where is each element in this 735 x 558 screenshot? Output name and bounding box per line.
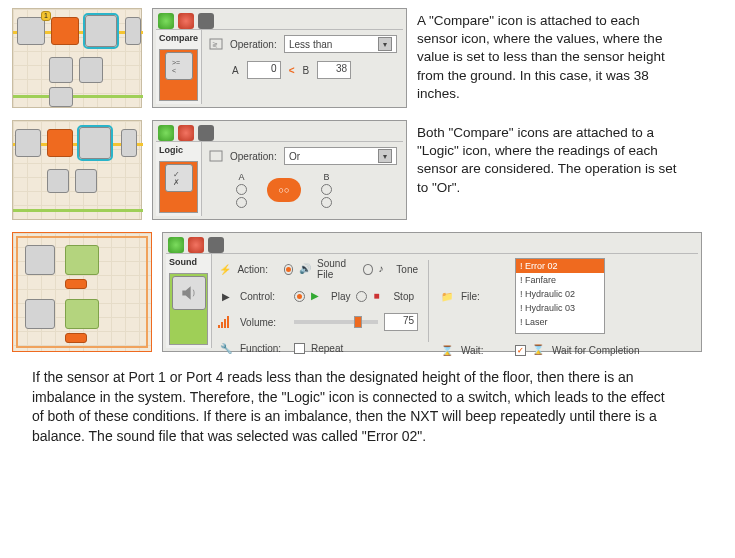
- sound-icon: [172, 276, 206, 310]
- b-column: B: [321, 172, 332, 208]
- stop-button[interactable]: [178, 13, 194, 29]
- logic-caption: Both "Compare" icons are attached to a "…: [417, 120, 677, 197]
- wait-label: Wait:: [461, 345, 509, 356]
- compare-caption: A "Compare" icon is attached to each sen…: [417, 8, 677, 103]
- operation-label: Operation:: [230, 151, 278, 162]
- panel-titlebar: [166, 236, 698, 254]
- svg-text:✗: ✗: [173, 178, 180, 187]
- stop-square-icon: ■: [373, 290, 387, 302]
- volume-icon: [218, 315, 234, 329]
- logic-row: Logic ✓✗ Operation: Or ▾: [12, 120, 723, 220]
- svg-text:>=: >=: [172, 59, 180, 66]
- file-label: File:: [461, 291, 509, 302]
- svg-text:<: <: [172, 67, 176, 74]
- wait-check[interactable]: [515, 345, 526, 356]
- run-button[interactable]: [168, 237, 184, 253]
- a-input[interactable]: 0: [247, 61, 281, 79]
- control-icon: ▶: [218, 289, 234, 303]
- soundfile-radio[interactable]: [284, 264, 294, 275]
- operation-select[interactable]: Or ▾: [284, 147, 397, 165]
- a-false-radio[interactable]: [236, 197, 247, 208]
- list-item[interactable]: ! Fanfare: [516, 273, 604, 287]
- panel-title: Sound: [166, 254, 211, 270]
- b-false-radio[interactable]: [321, 197, 332, 208]
- sound-row: Sound ⚡ Action: 🔊 Sound: [12, 232, 723, 352]
- operation-label: Operation:: [230, 39, 278, 50]
- compare-panel: Compare >=< ≷ Operation: Less than ▾: [152, 8, 407, 108]
- panel-sidebar: Logic ✓✗: [156, 142, 202, 216]
- volume-label: Volume:: [240, 317, 288, 328]
- panel-sidebar: Compare >=<: [156, 30, 202, 104]
- hourglass-icon: ⌛: [532, 344, 546, 356]
- b-label: B: [303, 65, 310, 76]
- logic-icon: ✓✗: [165, 164, 193, 192]
- panel-sidebar: Sound: [166, 254, 212, 348]
- less-than-icon: <: [289, 65, 295, 76]
- divider: [428, 260, 429, 342]
- svg-rect-6: [210, 151, 222, 161]
- panel-title: Compare: [156, 30, 201, 46]
- list-item[interactable]: ! Hydraulic 02: [516, 287, 604, 301]
- stop-button[interactable]: [188, 237, 204, 253]
- logic-panel: Logic ✓✗ Operation: Or ▾: [152, 120, 407, 220]
- function-label: Function:: [240, 343, 288, 354]
- file-icon: 📁: [439, 289, 455, 303]
- document-page: 1 Compare >=<: [0, 0, 735, 454]
- bottom-caption: If the sensor at Port 1 or Port 4 reads …: [12, 364, 692, 446]
- tone-icon: ♪: [379, 263, 391, 275]
- panel-titlebar: [156, 12, 403, 30]
- volume-slider[interactable]: [294, 320, 378, 324]
- run-button[interactable]: [158, 13, 174, 29]
- operation-icon: [208, 149, 224, 163]
- settings-button[interactable]: [198, 13, 214, 29]
- operation-select[interactable]: Less than ▾: [284, 35, 397, 53]
- volume-input[interactable]: 75: [384, 313, 418, 331]
- panel-titlebar: [156, 124, 403, 142]
- stop-radio[interactable]: [356, 291, 367, 302]
- list-item[interactable]: ! Hydraulic 03: [516, 301, 604, 315]
- settings-button[interactable]: [208, 237, 224, 253]
- tone-radio[interactable]: [363, 264, 373, 275]
- b-input[interactable]: 38: [317, 61, 351, 79]
- panel-title: Logic: [156, 142, 201, 158]
- function-icon: 🔧: [218, 341, 234, 355]
- b-true-radio[interactable]: [321, 184, 332, 195]
- control-label: Control:: [240, 291, 288, 302]
- or-pill-icon: ○○: [267, 178, 301, 202]
- settings-button[interactable]: [198, 125, 214, 141]
- a-label: A: [232, 65, 239, 76]
- list-item[interactable]: ! Error 02: [516, 259, 604, 273]
- compare-icon: >=<: [165, 52, 193, 80]
- program-canvas-compare: 1: [12, 8, 142, 108]
- stop-button[interactable]: [178, 125, 194, 141]
- sound-panel: Sound ⚡ Action: 🔊 Sound: [162, 232, 702, 352]
- repeat-check[interactable]: [294, 343, 305, 354]
- chevron-down-icon: ▾: [378, 37, 392, 51]
- program-canvas-logic: [12, 120, 142, 220]
- soundfile-icon: 🔊: [299, 263, 311, 275]
- program-canvas-sound: [12, 232, 152, 352]
- operation-icon: ≷: [208, 37, 224, 51]
- a-column: A: [236, 172, 247, 208]
- play-icon: ▶: [311, 290, 325, 302]
- chevron-down-icon: ▾: [378, 149, 392, 163]
- play-radio[interactable]: [294, 291, 305, 302]
- run-button[interactable]: [158, 125, 174, 141]
- action-icon: ⚡: [218, 262, 231, 276]
- action-label: Action:: [237, 264, 277, 275]
- file-listbox[interactable]: ! Error 02 ! Fanfare ! Hydraulic 02 ! Hy…: [515, 258, 605, 334]
- svg-text:≷: ≷: [212, 41, 218, 48]
- compare-row: 1 Compare >=<: [12, 8, 723, 108]
- list-item[interactable]: ! Laser: [516, 315, 604, 329]
- wait-icon: ⌛: [439, 343, 455, 357]
- a-true-radio[interactable]: [236, 184, 247, 195]
